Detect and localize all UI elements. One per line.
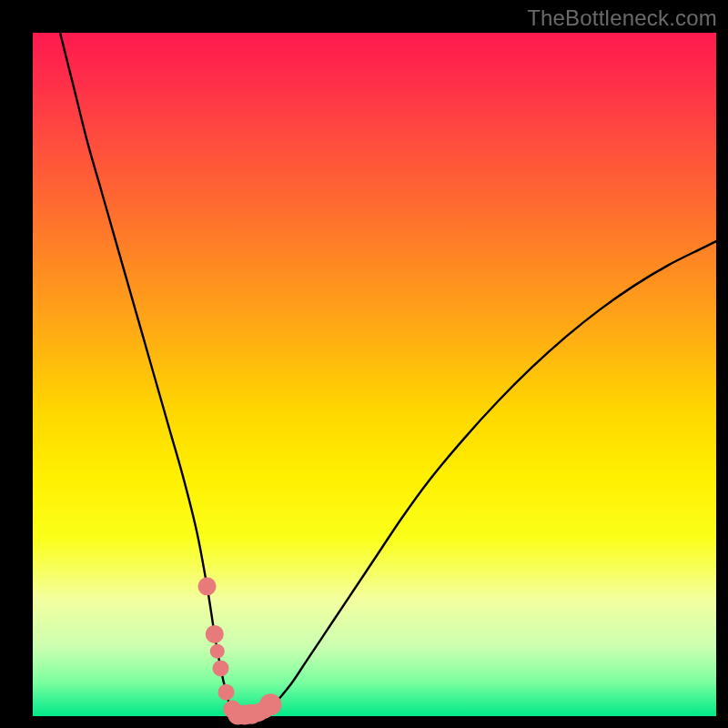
marker-dot [206,625,224,643]
marker-group [198,577,282,724]
curve-svg [33,33,716,716]
marker-dot [259,693,281,715]
watermark-text: TheBottleneck.com [527,5,717,31]
marker-dot [218,684,235,701]
bottleneck-curve [60,33,716,715]
chart-stage: TheBottleneck.com [0,0,728,728]
plot-area [33,33,716,716]
marker-dot [198,577,217,595]
marker-dot [210,644,225,659]
marker-dot [213,660,229,676]
